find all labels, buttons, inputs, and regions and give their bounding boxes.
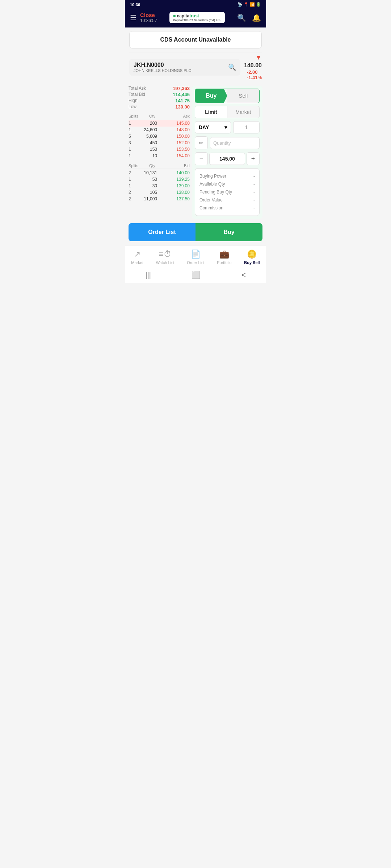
nav-market-label: Market xyxy=(131,260,143,265)
sys-home-icon[interactable]: ⬜ xyxy=(192,271,201,279)
bid-splits-2: 1 xyxy=(129,177,139,182)
pending-buy-qty-label: Pending Buy Qty xyxy=(199,190,232,195)
ask-col-ask: Ask xyxy=(157,114,190,118)
ask-col-splits: Splits xyxy=(129,114,139,118)
bottom-actions: Order List Buy xyxy=(129,223,262,241)
close-time-area: Close 10:36:57 xyxy=(140,12,157,23)
edit-icon-button[interactable]: ✏ xyxy=(195,136,208,149)
main-content: Total Ask 197,363 Total Bid 114,445 High… xyxy=(129,86,262,219)
nav-watchlist-label: Watch List xyxy=(156,260,175,265)
ask-splits-5: 1 xyxy=(129,147,139,152)
logo-subtitle: Capital TRUST Securities (Pvt) Ltd. xyxy=(173,18,221,22)
order-type-tabs[interactable]: Limit Market xyxy=(195,106,260,118)
buy-form: Buy Sell Limit Market DAY ▾ 1 ✏ Quantity… xyxy=(192,86,262,219)
quantity-row: ✏ Quantity xyxy=(195,136,260,149)
tab-buy[interactable]: Buy xyxy=(195,89,227,103)
search-icon[interactable]: 🔍 xyxy=(237,13,246,22)
ask-splits-3: 5 xyxy=(129,134,139,139)
ask-qty-5: 150 xyxy=(139,147,159,152)
total-bid-label: Total Bid xyxy=(129,92,158,97)
bell-icon[interactable]: 🔔 xyxy=(252,13,261,22)
order-list-button[interactable]: Order List xyxy=(129,223,196,241)
ask-price-3: 150.00 xyxy=(159,134,190,139)
sys-back-icon[interactable]: < xyxy=(241,271,246,279)
bid-price-2: 139.25 xyxy=(159,177,190,182)
stock-change-amount: -2.00 xyxy=(247,69,258,75)
bid-price-3: 139.00 xyxy=(159,183,190,188)
sys-menu-icon[interactable]: ||| xyxy=(145,271,151,279)
available-qty-label: Available Qty xyxy=(199,182,225,187)
bid-col-qty: Qty xyxy=(139,163,157,168)
ask-qty-2: 24,600 xyxy=(139,127,159,132)
ask-splits-4: 3 xyxy=(129,140,139,145)
commission-label: Commission xyxy=(199,205,223,210)
buy-sell-tabs[interactable]: Buy Sell xyxy=(195,89,260,103)
price-input[interactable]: 145.00 xyxy=(209,153,245,165)
stock-search-box[interactable]: JKH.N0000 JOHN KEELLS HOLDINGS PLC 🔍 xyxy=(129,59,240,76)
ask-qty-3: 5,609 xyxy=(139,134,159,139)
day-select-label: DAY xyxy=(199,124,209,130)
nav-orderlist[interactable]: 📄 Order List xyxy=(187,250,204,265)
bid-qty-1: 10,131 xyxy=(139,170,159,175)
plus-button[interactable]: + xyxy=(247,152,260,165)
nav-buysell[interactable]: 🪙 Buy Sell xyxy=(244,250,260,265)
tab-sell[interactable]: Sell xyxy=(227,89,260,103)
bid-splits-1: 2 xyxy=(129,170,139,175)
buying-power-val: - xyxy=(253,174,255,179)
ask-table-header: Splits Qty Ask xyxy=(129,113,190,119)
ask-price-4: 152.00 xyxy=(159,140,190,145)
close-label: Close xyxy=(140,12,157,18)
status-bar: 10:36 📡 📍 📶 🔋 xyxy=(125,0,266,9)
low-val: 139.00 xyxy=(161,104,190,110)
stock-price: 140.00 xyxy=(244,62,262,69)
hamburger-icon[interactable]: ☰ xyxy=(130,13,136,22)
low-label: Low xyxy=(129,104,158,110)
watchlist-icon: ≡⏱ xyxy=(159,250,172,259)
bid-qty-3: 30 xyxy=(139,183,159,188)
divider-1 xyxy=(129,52,262,52)
day-row: DAY ▾ 1 xyxy=(195,121,260,133)
nav-orderlist-label: Order List xyxy=(187,260,204,265)
ask-price-6: 154.00 xyxy=(159,153,190,158)
nav-market[interactable]: ↗ Market xyxy=(131,250,143,265)
tab-market[interactable]: Market xyxy=(227,106,259,118)
available-qty-val: - xyxy=(253,182,255,187)
high-label: High xyxy=(129,98,158,103)
tab-limit[interactable]: Limit xyxy=(195,106,227,118)
stock-change: -2.00 -1.41% xyxy=(247,69,262,80)
nav-portfolio[interactable]: 💼 Portfolio xyxy=(217,250,231,265)
high-val: 141.75 xyxy=(161,98,190,103)
bid-splits-4: 2 xyxy=(129,190,139,195)
app-header: ☰ Close 10:36:57 ■ capitatrust Capital T… xyxy=(125,9,266,27)
ask-row-5: 1 150 153.50 xyxy=(129,146,190,153)
ask-qty-1: 200 xyxy=(139,121,159,126)
price-arrow-icon: ▼ xyxy=(255,54,262,61)
ask-splits-2: 1 xyxy=(129,127,139,132)
cds-banner: CDS Account Unavailable xyxy=(129,31,262,48)
minus-button[interactable]: − xyxy=(195,152,208,165)
buy-button[interactable]: Buy xyxy=(196,223,262,241)
order-value-label: Order Value xyxy=(199,197,223,203)
bid-row-2: 1 50 139.25 xyxy=(129,176,190,183)
quantity-input[interactable]: Quantity xyxy=(210,137,260,149)
stock-price-area: ▼ 140.00 -2.00 -1.41% xyxy=(244,54,262,80)
bid-splits-3: 1 xyxy=(129,183,139,188)
day-value-input[interactable]: 1 xyxy=(233,121,260,133)
bid-row-4: 2 105 138.00 xyxy=(129,189,190,196)
order-book: Total Ask 197,363 Total Bid 114,445 High… xyxy=(129,86,192,219)
bid-price-1: 140.00 xyxy=(159,170,190,175)
status-icons: 📡 📍 📶 🔋 xyxy=(237,2,261,7)
bid-qty-5: 11,000 xyxy=(139,196,159,201)
market-icon: ↗ xyxy=(134,250,140,259)
logo-trust: trust xyxy=(189,13,199,18)
orderlist-icon: 📄 xyxy=(191,250,201,259)
stock-search-icon[interactable]: 🔍 xyxy=(228,63,236,71)
ask-qty-6: 10 xyxy=(139,153,159,158)
order-value-val: - xyxy=(253,197,255,203)
nav-watchlist[interactable]: ≡⏱ Watch List xyxy=(156,250,175,265)
day-select[interactable]: DAY ▾ xyxy=(195,121,231,133)
pending-buy-qty-row: Pending Buy Qty - xyxy=(199,188,255,196)
ask-price-1: 145.00 xyxy=(159,121,190,126)
stock-row: JKH.N0000 JOHN KEELLS HOLDINGS PLC 🔍 ▼ 1… xyxy=(129,54,262,80)
header-icons: 🔍 🔔 xyxy=(237,13,261,22)
